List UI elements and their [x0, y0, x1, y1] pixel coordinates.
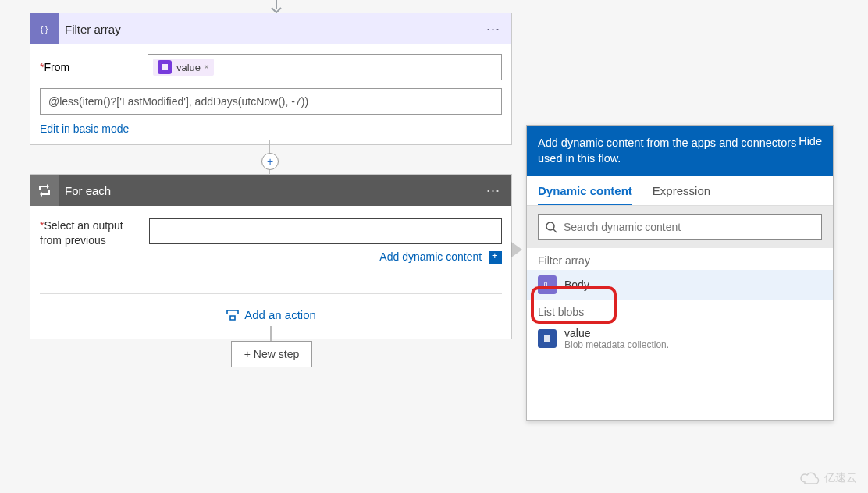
svg-text:{ }: { } — [41, 25, 48, 34]
storage-icon — [158, 60, 172, 74]
hide-panel-link[interactable]: Hide — [799, 135, 822, 167]
section-list-blobs: List blobs — [527, 300, 833, 321]
dynamic-item-value[interactable]: value Blob metadata collection. — [527, 321, 833, 356]
svg-text:{}: {} — [543, 282, 548, 289]
svg-rect-5 — [544, 335, 550, 342]
section-filter-array: Filter array — [527, 248, 833, 270]
filter-array-title: Filter array — [59, 23, 486, 36]
value-token[interactable]: value × — [153, 59, 214, 76]
for-each-menu[interactable]: ··· — [486, 183, 511, 199]
new-step-button[interactable]: + New step — [231, 341, 312, 367]
filter-array-header[interactable]: { } Filter array ··· — [30, 13, 511, 44]
insert-step-button[interactable]: + — [261, 153, 279, 170]
from-label: *From — [40, 61, 148, 73]
dynamic-item-body[interactable]: {} Body — [527, 270, 833, 300]
for-each-header[interactable]: For each ··· — [30, 175, 511, 206]
insert-step-plus: + — [258, 151, 281, 174]
from-input[interactable]: value × — [148, 54, 502, 80]
add-dynamic-content-link[interactable]: Add dynamic content — [379, 250, 482, 263]
filter-array-card: { } Filter array ··· *From value × @less… — [30, 13, 512, 145]
select-output-label: *Select an output from previous — [40, 218, 149, 248]
dynamic-content-panel: Add dynamic content from the apps and co… — [526, 125, 834, 421]
select-output-input[interactable] — [149, 218, 502, 244]
remove-token-icon[interactable]: × — [204, 62, 209, 73]
edit-basic-mode-link[interactable]: Edit in basic mode — [40, 122, 502, 135]
panel-search-input[interactable] — [538, 214, 822, 240]
tab-expression[interactable]: Expression — [653, 184, 710, 205]
for-each-title: For each — [59, 184, 486, 197]
flow-arrow-icon — [269, 0, 284, 14]
svg-rect-1 — [162, 64, 168, 70]
svg-point-2 — [546, 222, 554, 230]
search-icon — [545, 221, 557, 233]
panel-heading: Add dynamic content from the apps and co… — [538, 135, 799, 167]
loop-icon — [30, 175, 59, 206]
panel-pointer-icon — [511, 242, 522, 257]
watermark: 亿速云 — [799, 471, 857, 485]
tab-dynamic-content[interactable]: Dynamic content — [538, 184, 632, 205]
add-dynamic-content-icon[interactable] — [489, 251, 502, 264]
svg-line-3 — [553, 229, 557, 232]
storage-icon — [538, 329, 557, 348]
data-operations-icon: {} — [538, 275, 557, 294]
for-each-card: For each ··· *Select an output from prev… — [30, 174, 512, 339]
filter-array-menu[interactable]: ··· — [486, 21, 511, 37]
data-operations-icon: { } — [30, 13, 59, 44]
filter-expression-input[interactable]: @less(item()?['LastModified'], addDays(u… — [40, 88, 502, 115]
